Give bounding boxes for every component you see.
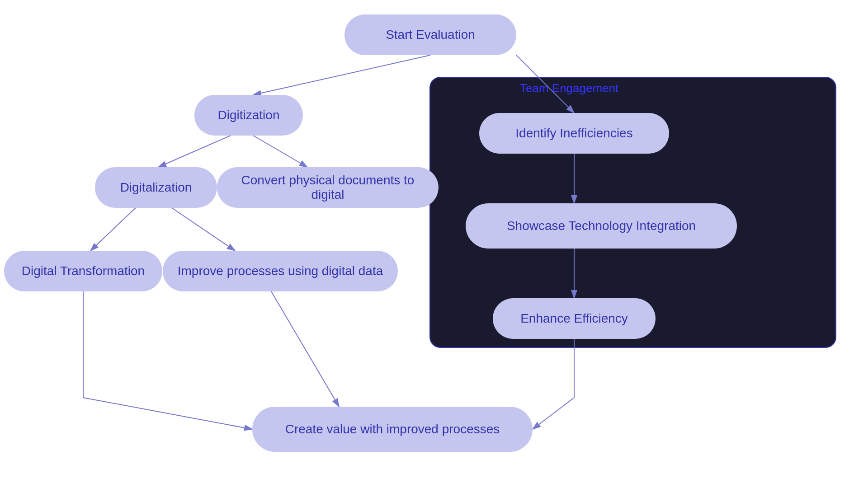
- create-value-node[interactable]: Create value with improved processes: [252, 407, 533, 452]
- svg-line-1: [253, 55, 430, 95]
- svg-line-4: [253, 136, 307, 167]
- showcase-technology-node[interactable]: Showcase Technology Integration: [466, 203, 737, 249]
- svg-line-9: [271, 291, 339, 407]
- improve-processes-node[interactable]: Improve processes using digital data: [163, 251, 398, 291]
- svg-line-6: [172, 208, 235, 251]
- digitization-node[interactable]: Digitization: [194, 95, 303, 136]
- diagram-container: Team Engagement: [0, 0, 868, 488]
- svg-line-8: [83, 398, 252, 429]
- convert-docs-node[interactable]: Convert physical documents to digital: [217, 167, 439, 208]
- svg-line-13: [533, 398, 574, 429]
- team-engagement-label: Team Engagement: [520, 81, 618, 95]
- digitalization-node[interactable]: Digitalization: [95, 167, 217, 208]
- start-evaluation-node[interactable]: Start Evaluation: [344, 14, 516, 55]
- identify-inefficiencies-node[interactable]: Identify Inefficiencies: [479, 113, 669, 154]
- svg-line-5: [90, 208, 136, 251]
- digital-transformation-node[interactable]: Digital Transformation: [4, 251, 162, 291]
- svg-line-3: [158, 136, 231, 167]
- enhance-efficiency-node[interactable]: Enhance Efficiency: [493, 298, 656, 339]
